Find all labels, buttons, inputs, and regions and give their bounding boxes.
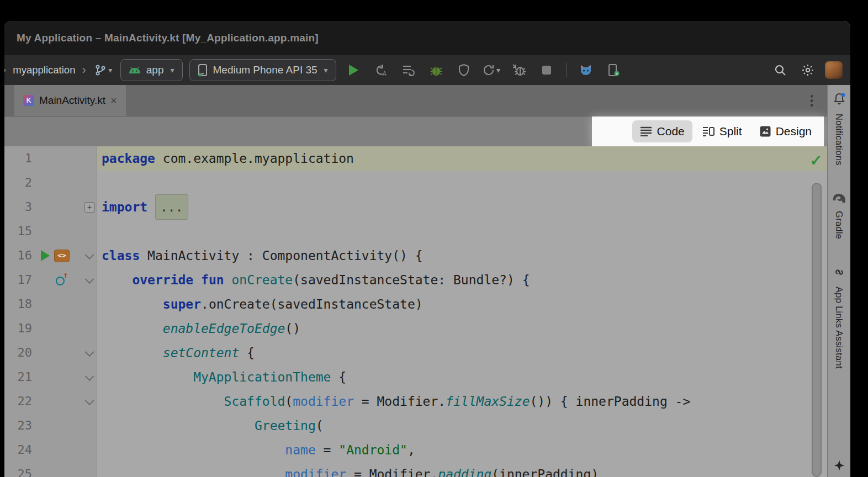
code-line[interactable]: 22 Scaffold(modifier = Modifier.fillMaxS… [4,389,827,414]
stop-button[interactable] [536,60,557,81]
code-token: Scaffold [224,389,285,414]
code-text[interactable]: package com.example.myapplication [97,146,827,171]
tool-window-button-app-links-assistant[interactable]: App Links Assistant [832,266,846,369]
code-text[interactable]: import ... [97,195,827,219]
code-line[interactable]: 17↑ override fun onCreate(savedInstanceS… [4,268,827,292]
editor-gutter[interactable]: 18 [4,292,97,316]
tool-window-button-gradle[interactable]: Gradle [832,192,846,239]
code-line[interactable]: 15 [4,219,827,243]
editor-gutter[interactable]: 16<> [4,243,97,268]
editor-gutter[interactable]: 2 [4,171,97,195]
code-line[interactable]: 18 super.onCreate(savedInstanceState) [4,292,827,316]
project-widget[interactable]: myapplication [13,64,75,76]
editor-top-strip: CodeSplitDesign [4,116,827,146]
code-token: MyApplicationTheme [193,365,331,389]
editor-gutter[interactable]: 15 [4,219,97,243]
run-configuration-select[interactable]: app ▾ [120,59,183,81]
editor-gutter[interactable]: 19 [4,316,97,341]
editor-scrollbar-thumb[interactable] [812,183,822,477]
settings-button[interactable] [797,60,818,81]
code-line[interactable]: 2 [4,171,827,195]
profiler-shield-icon [457,63,470,77]
code-line[interactable]: 25 modifier = Modifier.padding(innerPadd… [4,462,827,477]
code-line[interactable]: 21 MyApplicationTheme { [4,365,827,389]
fold-collapse-icon[interactable] [85,250,94,259]
code-line[interactable]: 23 Greeting( [4,414,827,438]
run-class-gutter-icon[interactable] [41,250,50,261]
code-line[interactable]: 20 setContent { [4,341,827,365]
editor-gutter[interactable]: 17↑ [4,268,97,292]
code-text[interactable]: name = "Android", [97,438,827,462]
editor-gutter[interactable]: 1 [4,146,97,171]
code-token: modifier [285,462,346,477]
tool-window-label: Gradle [834,211,844,239]
tab-options-kebab-icon[interactable]: ⋮ [805,85,818,116]
vcs-widget-button[interactable]: ▾ [93,60,114,81]
code-token: ( [285,389,293,414]
tool-window-button-notifications[interactable]: Notifications [832,92,846,166]
code-token: com.example.myapplication [155,146,354,171]
code-text[interactable]: Scaffold(modifier = Modifier.fillMaxSize… [97,389,827,414]
search-everywhere-button[interactable] [770,60,791,81]
line-number: 20 [4,341,32,365]
code-text[interactable] [97,219,827,243]
code-text[interactable] [97,171,827,195]
fold-collapse-icon[interactable] [85,396,94,405]
editor-gutter[interactable]: 21 [4,365,97,389]
editor-gutter[interactable]: 3+ [4,195,97,219]
code-line[interactable]: 19 enableEdgeToEdge() [4,316,827,341]
code-text[interactable]: super.onCreate(savedInstanceState) [97,292,827,316]
sync-build-button[interactable] [398,60,419,81]
code-token [147,195,155,219]
apply-code-changes-button[interactable]: A [371,60,391,81]
editor-gutter[interactable]: 24 [4,438,97,462]
ai-sparkle-icon[interactable] [833,459,845,471]
code-line[interactable]: 16<>class MainActivity : ComponentActivi… [4,243,827,268]
profiler-button[interactable] [453,60,474,81]
mode-design-button[interactable]: Design [752,120,819,142]
apply-changes-icon: A [374,63,388,77]
code-line[interactable]: 1package com.example.myapplication [4,146,827,171]
code-text[interactable]: override fun onCreate(savedInstanceState… [97,268,827,292]
code-line[interactable]: 3+import ... [4,195,827,219]
code-text[interactable]: Greeting( [97,414,827,438]
close-tab-icon[interactable]: × [110,95,117,106]
editor-gutter[interactable]: 22 [4,389,97,414]
run-options-button[interactable]: ▾ [481,60,502,81]
mode-code-button[interactable]: Code [632,120,692,142]
fold-collapse-icon[interactable] [85,347,94,357]
code-token: = Modifier. [354,389,446,414]
fold-expand-icon[interactable]: + [84,202,95,213]
user-avatar[interactable] [825,61,843,79]
tool-window-label: App Links Assistant [834,287,844,369]
code-text[interactable]: setContent { [97,341,827,365]
tab-mainactivity[interactable]: K MainActivity.kt × [14,85,126,116]
code-line[interactable]: 24 name = "Android", [4,438,827,462]
device-manager-button[interactable] [603,60,624,81]
editor-gutter[interactable]: 20 [4,341,97,365]
compose-gutter-icon[interactable]: <> [54,250,70,262]
override-method-gutter-icon[interactable]: ↑ [55,274,67,286]
code-editor[interactable]: 1package com.example.myapplication23+imp… [4,146,827,477]
fold-collapse-icon[interactable] [85,274,94,284]
code-token [102,414,255,438]
inspections-ok-check-icon[interactable]: ✓ [809,152,822,169]
code-token: import [102,195,147,219]
mode-split-button[interactable]: Split [695,120,750,142]
attach-debugger-button[interactable] [509,60,530,81]
code-text[interactable]: enableEdgeToEdge() [97,316,827,341]
gutter-icons: <> [32,250,82,262]
fold-collapse-icon[interactable] [85,372,94,381]
editor-gutter[interactable]: 23 [4,414,97,438]
code-text[interactable]: modifier = Modifier.padding(innerPadding… [97,462,827,477]
debug-button[interactable] [426,60,447,81]
code-token: { [331,365,346,389]
device-select[interactable]: Medium Phone API 35 ▾ [189,59,336,81]
editor-gutter[interactable]: 25 [4,462,97,477]
code-token: () [285,316,300,341]
code-text[interactable]: class MainActivity : ComponentActivity()… [97,243,827,268]
logcat-button[interactable] [575,60,596,81]
ide-window: My Application – MainActivity.kt [My_App… [4,21,850,477]
run-button[interactable] [343,60,364,81]
code-text[interactable]: MyApplicationTheme { [97,365,827,389]
